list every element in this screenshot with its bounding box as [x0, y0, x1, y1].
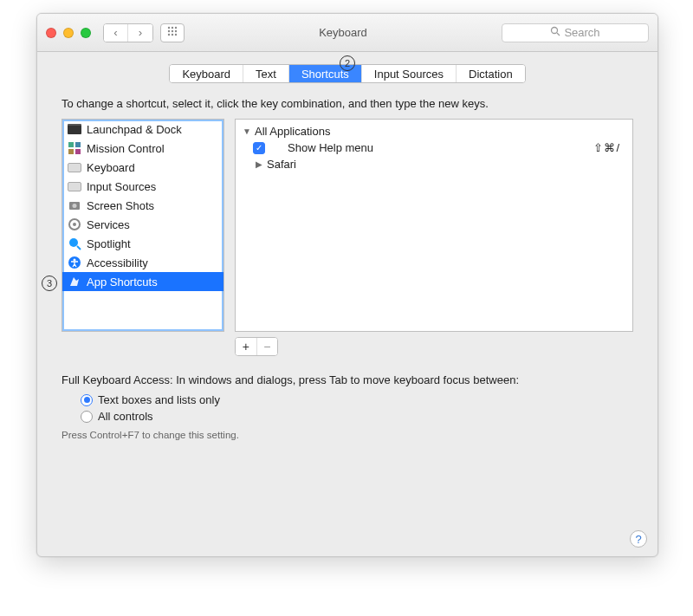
tree-item-label: Safari [267, 158, 296, 171]
category-label: App Shortcuts [87, 276, 158, 289]
instruction-text: To change a shortcut, select it, click t… [62, 97, 633, 110]
svg-point-7 [172, 34, 173, 36]
back-button[interactable]: ‹ [104, 24, 128, 42]
svg-point-8 [175, 34, 177, 36]
category-label: Services [87, 218, 130, 231]
svg-point-2 [175, 27, 177, 29]
category-services[interactable]: Services [62, 215, 223, 234]
show-all-button[interactable] [160, 23, 185, 42]
zoom-window-button[interactable] [81, 28, 91, 38]
window-controls [46, 28, 91, 38]
keyboard-icon [68, 160, 81, 174]
category-spotlight[interactable]: Spotlight [62, 234, 223, 253]
chevron-right-icon: › [139, 26, 142, 39]
add-button[interactable]: + [236, 338, 257, 355]
svg-rect-13 [68, 149, 74, 154]
svg-point-6 [168, 34, 170, 36]
category-label: Input Sources [87, 180, 156, 193]
radio-option[interactable]: Text boxes and lists only [81, 392, 633, 408]
window-toolbar: ‹ › Keyboard Search [37, 14, 657, 52]
radio-button[interactable] [81, 411, 93, 423]
forward-button[interactable]: › [128, 24, 152, 42]
tab-keyboard[interactable]: Keyboard [170, 65, 243, 82]
category-input-sources[interactable]: Input Sources [62, 177, 223, 196]
launchpad-icon [68, 122, 81, 136]
services-icon [68, 217, 81, 231]
tab-text[interactable]: Text [243, 65, 289, 82]
tree-root-label: All Applications [255, 125, 330, 138]
search-icon [550, 26, 560, 39]
help-icon: ? [635, 533, 641, 546]
mission-control-icon [68, 141, 81, 155]
fka-footnote: Press Control+F7 to change this setting. [62, 430, 633, 440]
category-label: Launchpad & Dock [87, 123, 182, 136]
svg-point-5 [175, 30, 177, 32]
tree-item[interactable]: ✓ Show Help menu ⇧⌘/ [241, 139, 627, 156]
category-app-shortcuts[interactable]: App Shortcuts [62, 272, 223, 291]
spotlight-icon [68, 237, 81, 250]
chevron-left-icon: ‹ [113, 26, 117, 39]
app-shortcuts-icon [68, 275, 81, 289]
search-field[interactable]: Search [502, 23, 649, 42]
radio-label: All controls [98, 410, 153, 423]
svg-point-1 [172, 27, 173, 29]
radio-button[interactable] [81, 394, 93, 406]
annotation-step-3: 3 [42, 276, 57, 291]
shortcut-keys[interactable]: ⇧⌘/ [593, 141, 625, 154]
help-button[interactable]: ? [630, 530, 647, 548]
tree-root[interactable]: ▼ All Applications [241, 123, 627, 139]
tree-item-label: Show Help menu [288, 141, 373, 154]
disclosure-down-icon[interactable]: ▼ [243, 126, 251, 136]
shortcut-checkbox[interactable]: ✓ [253, 142, 265, 154]
remove-button[interactable]: − [257, 338, 278, 355]
minimize-window-button[interactable] [63, 28, 74, 38]
svg-point-22 [74, 259, 76, 262]
category-accessibility[interactable]: Accessibility [62, 253, 223, 272]
full-keyboard-access: Full Keyboard Access: In windows and dia… [62, 373, 633, 440]
category-label: Accessibility [87, 256, 148, 269]
svg-point-3 [168, 30, 170, 32]
accessibility-icon [68, 256, 81, 269]
svg-point-18 [73, 223, 76, 226]
panes: Launchpad & DockMission ControlKeyboardI… [62, 119, 633, 332]
radio-label: Text boxes and lists only [98, 393, 220, 406]
content: To change a shortcut, select it, click t… [37, 94, 657, 451]
svg-point-4 [172, 30, 173, 32]
grid-icon [167, 26, 178, 39]
radio-option[interactable]: All controls [81, 408, 633, 425]
close-window-button[interactable] [46, 28, 56, 38]
svg-rect-12 [75, 142, 81, 147]
svg-point-19 [69, 238, 78, 247]
svg-point-0 [168, 27, 170, 29]
svg-point-9 [552, 28, 558, 34]
disclosure-right-icon[interactable]: ▶ [255, 159, 263, 169]
svg-line-10 [557, 33, 560, 36]
window-title: Keyboard [191, 26, 495, 39]
input-sources-icon [68, 179, 81, 193]
category-launchpad-dock[interactable]: Launchpad & Dock [62, 120, 223, 139]
fka-label: Full Keyboard Access: In windows and dia… [62, 373, 633, 386]
annotation-step-2: 2 [340, 55, 355, 71]
svg-line-20 [77, 246, 81, 250]
category-label: Mission Control [87, 142, 165, 155]
tab-input-sources[interactable]: Input Sources [362, 65, 457, 82]
category-screen-shots[interactable]: Screen Shots [62, 196, 223, 215]
category-label: Screen Shots [87, 199, 154, 212]
preferences-window: ‹ › Keyboard Search [36, 13, 658, 557]
shortcut-tree[interactable]: ▼ All Applications ✓ Show Help menu ⇧⌘/ … [235, 119, 633, 332]
screenshots-icon [68, 198, 81, 212]
nav-segmented: ‹ › [103, 23, 153, 42]
svg-rect-14 [75, 149, 81, 154]
add-remove-control: + − [235, 337, 278, 356]
category-mission-control[interactable]: Mission Control [62, 139, 223, 158]
category-label: Keyboard [87, 161, 135, 174]
svg-point-16 [73, 204, 77, 208]
search-placeholder: Search [564, 26, 599, 39]
category-list[interactable]: Launchpad & DockMission ControlKeyboardI… [62, 119, 224, 332]
category-keyboard[interactable]: Keyboard [62, 158, 223, 177]
category-label: Spotlight [87, 237, 131, 250]
svg-rect-11 [68, 142, 74, 147]
tree-item[interactable]: ▶ Safari [241, 156, 627, 172]
tab-dictation[interactable]: Dictation [457, 65, 525, 82]
